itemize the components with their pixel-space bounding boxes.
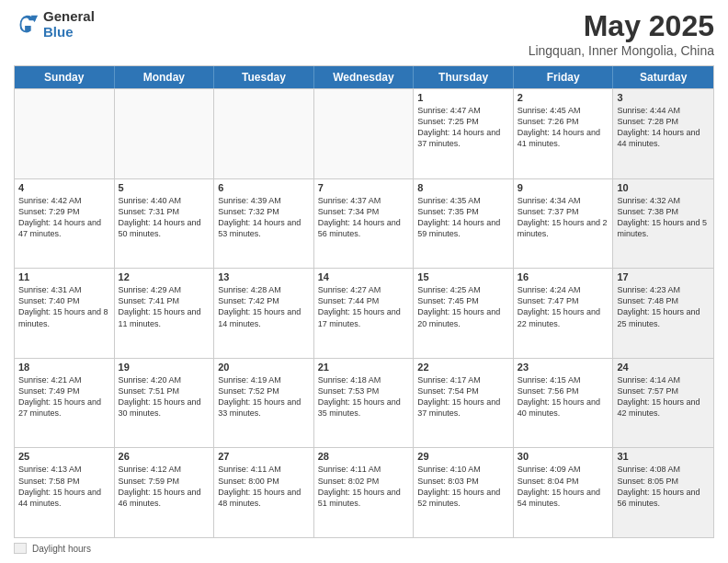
day-number: 15 (417, 271, 509, 282)
day-number: 12 (119, 271, 210, 282)
calendar-cell: 12Sunrise: 4:29 AM Sunset: 7:41 PM Dayli… (115, 269, 215, 358)
calendar-cell: 29Sunrise: 4:10 AM Sunset: 8:03 PM Dayli… (414, 448, 514, 537)
day-number: 4 (18, 182, 110, 193)
day-number: 3 (617, 92, 710, 103)
cell-info: Sunrise: 4:25 AM Sunset: 7:45 PM Dayligh… (417, 284, 509, 329)
calendar-cell: 1Sunrise: 4:47 AM Sunset: 7:25 PM Daylig… (414, 89, 514, 178)
day-number: 25 (18, 451, 110, 462)
calendar-cell: 10Sunrise: 4:32 AM Sunset: 7:38 PM Dayli… (613, 179, 713, 269)
day-number: 9 (518, 182, 609, 193)
calendar-cell: 28Sunrise: 4:11 AM Sunset: 8:02 PM Dayli… (314, 448, 415, 537)
cell-info: Sunrise: 4:24 AM Sunset: 7:47 PM Dayligh… (518, 284, 609, 329)
header-thursday: Thursday (414, 66, 514, 88)
day-number: 13 (218, 271, 310, 282)
calendar-cell: 26Sunrise: 4:12 AM Sunset: 7:59 PM Dayli… (115, 448, 215, 537)
calendar-week-1: 1Sunrise: 4:47 AM Sunset: 7:25 PM Daylig… (15, 88, 713, 178)
calendar-cell (15, 89, 115, 178)
cell-info: Sunrise: 4:10 AM Sunset: 8:03 PM Dayligh… (417, 464, 509, 509)
cell-info: Sunrise: 4:12 AM Sunset: 7:59 PM Dayligh… (119, 464, 210, 509)
day-number: 8 (417, 182, 509, 193)
calendar-cell: 24Sunrise: 4:14 AM Sunset: 7:57 PM Dayli… (613, 359, 713, 448)
day-number: 6 (218, 182, 310, 193)
cell-info: Sunrise: 4:39 AM Sunset: 7:32 PM Dayligh… (218, 195, 310, 240)
calendar-cell: 3Sunrise: 4:44 AM Sunset: 7:28 PM Daylig… (613, 89, 713, 178)
calendar-body: 1Sunrise: 4:47 AM Sunset: 7:25 PM Daylig… (15, 88, 713, 537)
cell-info: Sunrise: 4:34 AM Sunset: 7:37 PM Dayligh… (518, 195, 609, 240)
cell-info: Sunrise: 4:19 AM Sunset: 7:52 PM Dayligh… (218, 374, 310, 419)
footer: Daylight hours (14, 543, 714, 554)
daylight-legend-box (14, 543, 27, 554)
calendar-cell: 22Sunrise: 4:17 AM Sunset: 7:54 PM Dayli… (414, 359, 514, 448)
cell-info: Sunrise: 4:37 AM Sunset: 7:34 PM Dayligh… (318, 195, 410, 240)
day-number: 14 (318, 271, 410, 282)
day-number: 26 (119, 451, 210, 462)
calendar-week-5: 25Sunrise: 4:13 AM Sunset: 7:58 PM Dayli… (15, 447, 713, 537)
header-saturday: Saturday (613, 66, 713, 88)
calendar-cell (115, 89, 215, 178)
calendar-cell: 11Sunrise: 4:31 AM Sunset: 7:40 PM Dayli… (15, 269, 115, 358)
day-number: 18 (18, 362, 110, 373)
logo-text: General Blue (43, 9, 95, 40)
calendar-cell (214, 89, 314, 178)
cell-info: Sunrise: 4:27 AM Sunset: 7:44 PM Dayligh… (318, 284, 410, 329)
cell-info: Sunrise: 4:11 AM Sunset: 8:02 PM Dayligh… (318, 464, 410, 509)
calendar-cell: 17Sunrise: 4:23 AM Sunset: 7:48 PM Dayli… (613, 269, 713, 358)
calendar-cell: 15Sunrise: 4:25 AM Sunset: 7:45 PM Dayli… (414, 269, 514, 358)
calendar-cell: 5Sunrise: 4:40 AM Sunset: 7:31 PM Daylig… (115, 179, 215, 269)
day-number: 24 (617, 362, 710, 373)
cell-info: Sunrise: 4:42 AM Sunset: 7:29 PM Dayligh… (18, 195, 110, 240)
calendar-cell: 2Sunrise: 4:45 AM Sunset: 7:26 PM Daylig… (514, 89, 614, 178)
day-number: 7 (318, 182, 410, 193)
day-number: 29 (417, 451, 509, 462)
header-sunday: Sunday (15, 66, 115, 88)
cell-info: Sunrise: 4:20 AM Sunset: 7:51 PM Dayligh… (119, 374, 210, 419)
header: General Blue May 2025 Lingquan, Inner Mo… (14, 9, 714, 58)
calendar-cell: 4Sunrise: 4:42 AM Sunset: 7:29 PM Daylig… (15, 179, 115, 269)
cell-info: Sunrise: 4:47 AM Sunset: 7:25 PM Dayligh… (417, 105, 509, 150)
calendar-cell: 21Sunrise: 4:18 AM Sunset: 7:53 PM Dayli… (314, 359, 415, 448)
day-number: 28 (318, 451, 410, 462)
day-number: 1 (417, 92, 509, 103)
location: Lingquan, Inner Mongolia, China (529, 43, 714, 58)
calendar-cell: 20Sunrise: 4:19 AM Sunset: 7:52 PM Dayli… (214, 359, 314, 448)
calendar-week-4: 18Sunrise: 4:21 AM Sunset: 7:49 PM Dayli… (15, 358, 713, 448)
calendar-cell: 9Sunrise: 4:34 AM Sunset: 7:37 PM Daylig… (514, 179, 614, 269)
cell-info: Sunrise: 4:45 AM Sunset: 7:26 PM Dayligh… (518, 105, 609, 150)
cell-info: Sunrise: 4:21 AM Sunset: 7:49 PM Dayligh… (18, 374, 110, 419)
header-tuesday: Tuesday (214, 66, 314, 88)
day-number: 20 (218, 362, 310, 373)
month-title: May 2025 (529, 9, 714, 43)
cell-info: Sunrise: 4:11 AM Sunset: 8:00 PM Dayligh… (218, 464, 310, 509)
day-number: 31 (617, 451, 710, 462)
calendar-cell: 19Sunrise: 4:20 AM Sunset: 7:51 PM Dayli… (115, 359, 215, 448)
calendar-cell: 8Sunrise: 4:35 AM Sunset: 7:35 PM Daylig… (414, 179, 514, 269)
day-number: 11 (18, 271, 110, 282)
daylight-label: Daylight hours (32, 544, 91, 554)
cell-info: Sunrise: 4:14 AM Sunset: 7:57 PM Dayligh… (617, 374, 710, 419)
day-number: 17 (617, 271, 710, 282)
cell-info: Sunrise: 4:23 AM Sunset: 7:48 PM Dayligh… (617, 284, 710, 329)
day-number: 22 (417, 362, 509, 373)
calendar-cell: 16Sunrise: 4:24 AM Sunset: 7:47 PM Dayli… (514, 269, 614, 358)
calendar-header: Sunday Monday Tuesday Wednesday Thursday… (15, 66, 713, 88)
day-number: 23 (518, 362, 609, 373)
calendar-week-3: 11Sunrise: 4:31 AM Sunset: 7:40 PM Dayli… (15, 268, 713, 358)
calendar-cell: 18Sunrise: 4:21 AM Sunset: 7:49 PM Dayli… (15, 359, 115, 448)
day-number: 21 (318, 362, 410, 373)
calendar-cell: 25Sunrise: 4:13 AM Sunset: 7:58 PM Dayli… (15, 448, 115, 537)
calendar-cell: 27Sunrise: 4:11 AM Sunset: 8:00 PM Dayli… (214, 448, 314, 537)
title-block: May 2025 Lingquan, Inner Mongolia, China (529, 9, 714, 58)
logo: General Blue (14, 9, 95, 40)
day-number: 19 (119, 362, 210, 373)
day-number: 30 (518, 451, 609, 462)
cell-info: Sunrise: 4:31 AM Sunset: 7:40 PM Dayligh… (18, 284, 110, 329)
calendar: Sunday Monday Tuesday Wednesday Thursday… (14, 65, 714, 538)
cell-info: Sunrise: 4:18 AM Sunset: 7:53 PM Dayligh… (318, 374, 410, 419)
cell-info: Sunrise: 4:09 AM Sunset: 8:04 PM Dayligh… (518, 464, 609, 509)
cell-info: Sunrise: 4:08 AM Sunset: 8:05 PM Dayligh… (617, 464, 710, 509)
cell-info: Sunrise: 4:17 AM Sunset: 7:54 PM Dayligh… (417, 374, 509, 419)
day-number: 2 (518, 92, 609, 103)
cell-info: Sunrise: 4:35 AM Sunset: 7:35 PM Dayligh… (417, 195, 509, 240)
calendar-cell: 6Sunrise: 4:39 AM Sunset: 7:32 PM Daylig… (214, 179, 314, 269)
header-friday: Friday (514, 66, 614, 88)
